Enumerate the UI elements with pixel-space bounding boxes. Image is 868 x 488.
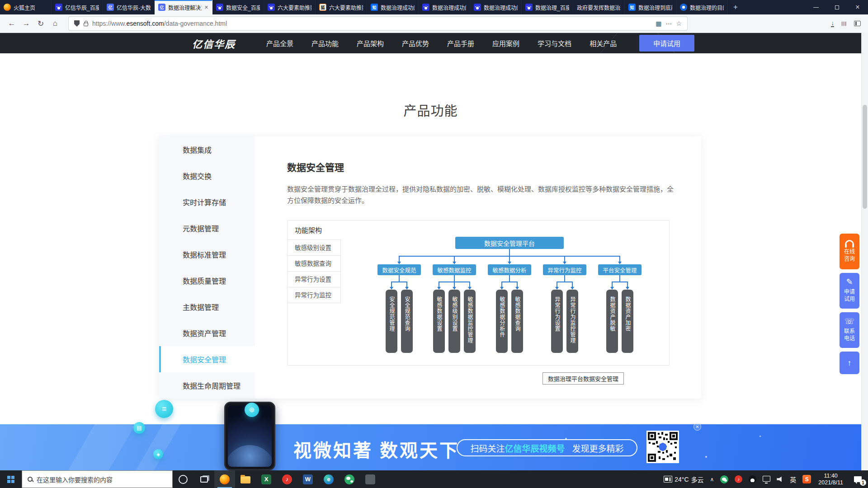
sidebar-item[interactable]: 数据生命周期管理 [159,372,255,399]
tray-netease[interactable]: ♪ [731,470,745,488]
taskbar-app-explorer[interactable] [235,470,256,488]
banner-close-icon[interactable]: ✕ [693,423,701,431]
floater-arrow-up[interactable]: ↑ [840,352,859,374]
arch-tab[interactable]: 敏感级别设置 [288,240,341,256]
taskbar-app-taskview[interactable] [193,470,214,488]
forward-icon[interactable]: → [19,17,33,30]
browser-tab[interactable]: 亿亿信华辰-大数据 [103,0,155,14]
url-text[interactable]: https://www.esensoft.com/data-governance… [92,20,651,27]
ime-indicator[interactable]: 英 [787,470,799,488]
sidebar-item[interactable]: 数据标准管理 [159,241,255,267]
sidebar-item[interactable]: 数据集成 [159,136,255,163]
screenshot-icon[interactable]: ▦ [656,20,661,27]
home-icon[interactable]: ⌂ [48,17,62,30]
nav-item[interactable]: 产品架构 [357,38,384,48]
browser-tab[interactable]: 狐六大要素助推数 [316,0,367,14]
sidebar-item[interactable]: 数据安全管理 [159,346,255,372]
shield-icon[interactable] [74,20,80,27]
floater-label: 在线咨询 [843,248,856,263]
nav-item[interactable]: 产品优势 [402,38,429,48]
sidebar-item[interactable]: 数据资产管理 [159,320,255,346]
tray-display[interactable] [760,470,774,488]
apply-trial-button[interactable]: 申请试用 [639,35,694,52]
floater-phone[interactable]: ☏联系电话 [840,312,859,348]
nav-item[interactable]: 相关产品 [590,38,617,48]
scrollbar-thumb[interactable] [863,105,867,209]
browser-tab[interactable]: 数据安全_百度百 [212,0,264,14]
connector-line [572,282,573,287]
tray-sogou[interactable]: S [799,470,814,488]
maximize-button[interactable] [826,0,847,14]
arch-tab[interactable]: 异常行为监控 [288,287,341,303]
browser-tab[interactable]: 数据治理的目的 [676,0,728,14]
tab-close-icon[interactable]: ✕ [204,5,208,10]
minimize-button[interactable]: — [806,0,826,14]
connector-line [564,256,565,262]
nav-item[interactable]: 学习与文档 [538,38,571,48]
nav-item[interactable]: 产品全景 [266,38,293,48]
browser-tab[interactable]: 政府要发挥数据治理 [573,0,625,14]
promo-banner[interactable]: 视微知著 数观天下 扫码关注亿信华辰视频号发现更多精彩 [0,424,861,470]
browser-tab[interactable]: 数据治理成功的 [419,0,470,14]
downloads-icon[interactable]: ↓ [831,20,834,27]
taskbar-clock[interactable]: 11:40 2021/8/11 [814,473,847,486]
connector-line [619,256,620,262]
diagram-bars: 数据资产脱敏数据资产加密 [606,290,633,353]
nav-item[interactable]: 应用案例 [492,38,519,48]
pencil-icon: ✎ [846,278,853,286]
browser-tab[interactable]: 六大要素助推数 [264,0,316,14]
browser-tab[interactable]: 数据治理成功的 [470,0,522,14]
diagram-bars: 敏感数据设置敏感级别设置敏感数据监控管理 [433,290,476,353]
close-button[interactable]: × [847,0,868,14]
tray-volume[interactable] [774,470,787,488]
notification-center[interactable]: 1 [847,470,868,488]
more-options-icon[interactable]: ⋯ [665,20,672,27]
tray-wechat[interactable] [717,470,731,488]
connector-line [557,282,573,282]
taskbar-search-input[interactable]: 在这里输入你要搜索的内容 [22,470,173,488]
back-icon[interactable]: ← [5,17,19,30]
taskbar-app-cortana[interactable] [173,470,193,488]
taskbar-app-wechat[interactable] [339,470,360,488]
sidebar-item[interactable]: 数据交换 [159,163,255,189]
library-icon[interactable]: ☰ [841,21,848,26]
page-scrollbar[interactable] [861,33,868,470]
taskbar-app-firefox[interactable] [214,470,235,488]
nav-item[interactable]: 产品功能 [311,38,339,48]
browser-tab[interactable]: 知数据治理成功的 [367,0,419,14]
taskbar-app-gray[interactable] [360,470,381,488]
url-bar[interactable]: https://www.esensoft.com/data-governance… [69,17,687,30]
zhihu-favicon: 知 [628,4,636,11]
sidebar-item[interactable]: 主数据管理 [159,294,255,320]
start-button[interactable] [0,470,22,488]
taskbar-app-excel[interactable]: X [256,470,277,488]
new-tab-button[interactable]: + [728,0,743,14]
bookmark-star-icon[interactable]: ☆ [676,20,682,27]
floater-headset[interactable]: 在线咨询 [840,234,859,269]
arch-tab[interactable]: 敏感数据查询 [288,256,341,272]
tray-qq[interactable] [745,470,760,488]
browser-tab[interactable]: 知数据治理到底能 [625,0,676,14]
nav-item[interactable]: 产品手册 [447,38,474,48]
browser-tab[interactable]: 亿数据治理解决方✕ [155,0,212,14]
browser-tab[interactable]: 数据治理_百度百 [522,0,573,14]
sidebar-item[interactable]: 数据质量管理 [159,267,255,294]
sidebar-item[interactable]: 实时计算存储 [159,189,255,215]
hidden-icons-chevron[interactable]: ∧ [707,470,717,488]
arch-tab[interactable]: 异常行为设置 [288,272,341,287]
reload-icon[interactable]: ↻ [33,17,48,30]
browser-tab[interactable]: 火狐主页 [0,0,52,14]
news-widget[interactable]: 24°C 多云 [660,470,707,488]
taskbar-app-edge[interactable]: e [318,470,339,488]
browser-tab[interactable]: 亿信华辰_百度搜 [52,0,103,14]
taskbar-app-netease[interactable]: ♪ [277,470,297,488]
site-logo[interactable]: 亿信华辰 [192,36,236,51]
news-icon [664,476,672,483]
floater-pencil[interactable]: ✎申请试用 [840,273,859,309]
connector-arrow [500,287,504,290]
sidebar-toggle-icon[interactable] [854,21,861,26]
sidebar-item[interactable]: 元数据管理 [159,215,255,241]
netease-icon: ♪ [282,474,292,484]
toolbar-right: ↓ ☰ [831,20,863,27]
taskbar-app-word[interactable]: W [297,470,318,488]
